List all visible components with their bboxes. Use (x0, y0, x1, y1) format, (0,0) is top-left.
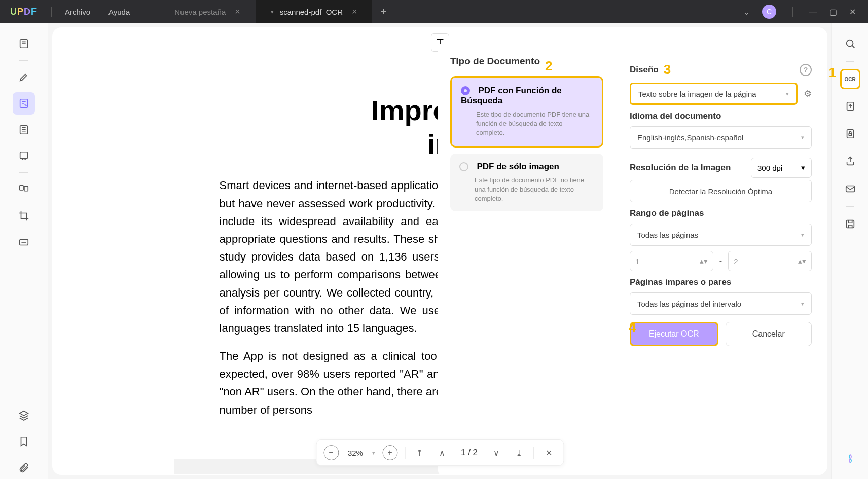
attachment-icon[interactable] (13, 457, 35, 479)
callout-3: 3 (664, 62, 671, 78)
svg-rect-5 (24, 187, 28, 191)
callout-1: 1 (829, 65, 836, 81)
range-dash: - (719, 256, 722, 266)
close-icon[interactable]: ✕ (849, 7, 856, 17)
right-sidebar: 1 OCR (831, 23, 868, 479)
crop-tool[interactable] (13, 205, 35, 227)
resolution-value: 300 dpi (757, 164, 782, 172)
chevron-down-icon: ▾ (801, 301, 804, 307)
range-from-input[interactable]: 1▴▾ (630, 251, 713, 271)
chevron-down-icon: ▾ (801, 232, 804, 238)
page-range-label: Rango de páginas (630, 208, 812, 218)
zoom-out-button[interactable]: − (323, 445, 339, 460)
option-desc: Este tipo de documento PDF no tiene una … (475, 176, 594, 204)
menu-file[interactable]: Archivo (56, 8, 99, 16)
radio-selected-icon (461, 86, 470, 95)
doc-type-label: Tipo de Documento (450, 56, 540, 67)
svg-rect-3 (20, 152, 28, 159)
cancel-button[interactable]: Cancelar (726, 322, 812, 346)
svg-rect-10 (849, 133, 852, 136)
page-indicator[interactable]: 1 / 2 (457, 448, 482, 458)
chevron-down-icon[interactable]: ▾ (271, 9, 274, 15)
menu-help[interactable]: Ayuda (99, 8, 139, 16)
close-toolbar-button[interactable]: ✕ (541, 445, 556, 460)
tab-new[interactable]: Nueva pestaña × (159, 0, 255, 23)
language-value: English-inglés,Spanish-español (637, 133, 743, 142)
svg-rect-9 (847, 130, 853, 138)
design-value: Texto sobre la imagen de la página (638, 90, 756, 98)
svg-rect-2 (20, 126, 28, 134)
highlighter-tool[interactable] (13, 66, 35, 88)
add-tab-button[interactable]: + (372, 0, 394, 23)
zoom-value[interactable]: 32% (346, 449, 365, 457)
option-title: PDF de sólo imagen (477, 162, 559, 171)
prev-page-button[interactable]: ∧ (435, 445, 450, 460)
doc-type-searchable[interactable]: PDF con Función de Búsqueda Este tipo de… (450, 76, 603, 148)
resolution-select[interactable]: 300 dpi ▾ (751, 158, 812, 178)
chevron-down-icon: ▾ (801, 134, 804, 141)
tab-current-label: scanned-pdf_OCR (280, 8, 343, 16)
left-sidebar (0, 23, 48, 479)
layers-icon[interactable] (13, 404, 35, 426)
chevron-down-icon: ▾ (786, 91, 789, 97)
design-select[interactable]: Texto sobre la imagen de la página ▾ (630, 83, 798, 105)
bookmark-icon[interactable] (13, 430, 35, 453)
share-icon[interactable] (840, 151, 860, 171)
language-select[interactable]: English-inglés,Spanish-español ▾ (630, 126, 812, 149)
svg-rect-12 (846, 220, 854, 228)
page-range-value: Todas las páginas (637, 231, 698, 239)
radio-unselected-icon (459, 162, 468, 171)
email-icon[interactable] (840, 178, 860, 199)
callout-4: 4 (629, 320, 636, 336)
edit-text-tool[interactable] (13, 92, 35, 115)
execute-ocr-button[interactable]: Ejecutar OCR (630, 322, 718, 346)
odd-even-value: Todas las páginas del intervalo (637, 300, 741, 308)
svg-point-7 (846, 40, 853, 47)
reader-tool[interactable] (13, 32, 35, 55)
chevron-down-icon[interactable]: ⌄ (743, 7, 750, 17)
zoom-in-button[interactable]: + (382, 445, 397, 460)
detect-resolution-button[interactable]: Detectar la Resolución Óptima (630, 180, 812, 202)
tab-current[interactable]: ▾ scanned-pdf_OCR × (256, 0, 373, 23)
save-icon[interactable] (840, 214, 860, 234)
app-logo: UPDF (0, 7, 47, 17)
search-icon[interactable] (840, 33, 860, 54)
minimize-icon[interactable]: — (809, 7, 817, 16)
svg-rect-4 (20, 186, 23, 190)
last-page-button[interactable]: ⤓ (511, 445, 526, 460)
option-title: PDF con Función de Búsqueda (461, 86, 562, 105)
design-label: Diseño (630, 65, 659, 75)
chevron-down-icon[interactable]: ▾ (372, 450, 375, 456)
bottom-toolbar: − 32% ▾ + ⤒ ∧ 1 / 2 ∨ ⤓ ✕ (316, 439, 564, 466)
ai-icon[interactable] (840, 449, 860, 469)
help-icon[interactable]: ? (800, 64, 812, 76)
first-page-button[interactable]: ⤒ (412, 445, 427, 460)
language-label: Idioma del documento (630, 111, 812, 121)
range-to-input[interactable]: 2▴▾ (728, 251, 812, 271)
canvas-area: Improve Vin Smart devices and internet-b… (52, 27, 827, 475)
avatar[interactable]: C (762, 5, 776, 19)
page-range-select[interactable]: Todas las páginas ▾ (630, 224, 812, 246)
tab-new-label: Nueva pestaña (174, 8, 226, 16)
doc-type-image-only[interactable]: PDF de sólo imagen Este tipo de document… (450, 154, 603, 212)
ocr-button[interactable]: OCR (840, 69, 860, 89)
organize-tool[interactable] (13, 178, 35, 201)
protect-icon[interactable] (840, 124, 860, 144)
signature-tool[interactable] (13, 145, 35, 167)
convert-icon[interactable] (840, 96, 860, 117)
maximize-icon[interactable]: ▢ (829, 7, 837, 17)
next-page-button[interactable]: ∨ (489, 445, 504, 460)
form-tool[interactable] (13, 119, 35, 141)
option-desc: Este tipo de documento PDF tiene una fun… (476, 110, 593, 138)
odd-even-select[interactable]: Todas las páginas del intervalo ▾ (630, 292, 812, 315)
svg-rect-11 (846, 186, 854, 192)
callout-2: 2 (545, 58, 552, 74)
titlebar: UPDF Archivo Ayuda Nueva pestaña × ▾ sca… (0, 0, 868, 23)
redact-tool[interactable] (13, 231, 35, 253)
gear-icon[interactable]: ⚙ (804, 88, 812, 99)
chevron-down-icon: ▾ (801, 163, 805, 172)
odd-even-label: Páginas impares o pares (630, 277, 812, 287)
ocr-panel: Tipo de Documento 2 PDF con Función de B… (438, 44, 826, 475)
close-icon[interactable]: × (352, 7, 357, 17)
close-icon[interactable]: × (235, 7, 240, 17)
